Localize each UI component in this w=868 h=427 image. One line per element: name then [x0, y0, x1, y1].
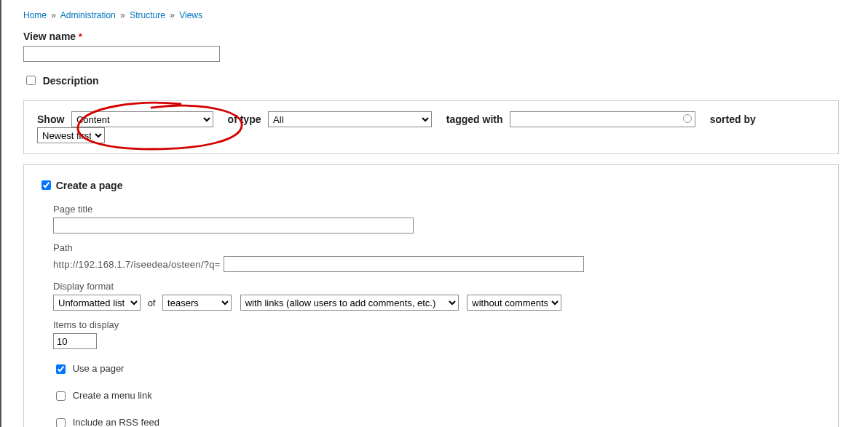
breadcrumb-home[interactable]: Home	[23, 10, 47, 20]
tagged-with-input[interactable]	[510, 111, 695, 127]
of-type-label: of type	[228, 113, 261, 125]
sorted-by-label: sorted by	[710, 113, 756, 125]
view-name-label: View name	[23, 31, 76, 42]
breadcrumb-separator: »	[51, 10, 56, 20]
show-label: Show	[37, 113, 64, 125]
path-prefix: http://192.168.1.7/iseedea/osteen/?q=	[53, 259, 221, 270]
required-indicator: *	[79, 31, 82, 42]
items-to-display-input[interactable]	[53, 333, 97, 349]
show-content-select[interactable]: Content	[71, 111, 213, 127]
use-pager-label: Use a pager	[73, 363, 125, 374]
links-select[interactable]: with links (allow users to add comments,…	[240, 295, 459, 311]
breadcrumb: Home » Administration » Structure » View…	[23, 10, 868, 20]
breadcrumb-separator: »	[120, 10, 125, 20]
include-rss-label: Include an RSS feed	[73, 417, 159, 427]
page-title-label: Page title	[53, 204, 824, 215]
row-style-select[interactable]: teasers	[162, 295, 232, 311]
comments-select[interactable]: without comments	[467, 295, 561, 311]
path-input[interactable]	[224, 256, 584, 272]
use-pager-checkbox[interactable]	[56, 364, 66, 374]
description-label: Description	[43, 75, 99, 87]
breadcrumb-structure[interactable]: Structure	[130, 10, 165, 20]
sorted-by-select[interactable]: Newest first	[37, 127, 105, 143]
breadcrumb-separator: »	[170, 10, 175, 20]
path-label: Path	[53, 242, 824, 253]
description-checkbox[interactable]	[26, 76, 36, 85]
create-menu-link-label: Create a menu link	[73, 390, 152, 401]
of-type-select[interactable]: All	[268, 111, 432, 127]
create-page-label: Create a page	[56, 180, 123, 191]
breadcrumb-administration[interactable]: Administration	[60, 10, 116, 20]
show-settings-box: Show Content of type All tagged with sor…	[23, 100, 839, 154]
breadcrumb-views[interactable]: Views	[179, 10, 202, 20]
create-page-box: Create a page Page title Path http://192…	[23, 164, 839, 427]
include-rss-checkbox[interactable]	[56, 418, 66, 427]
view-name-input[interactable]	[23, 46, 220, 62]
items-to-display-label: Items to display	[53, 319, 824, 330]
tagged-with-label: tagged with	[446, 113, 503, 125]
display-format-select[interactable]: Unformatted list	[53, 295, 141, 311]
create-menu-link-checkbox[interactable]	[56, 391, 66, 401]
create-page-checkbox[interactable]	[42, 180, 51, 190]
page-title-input[interactable]	[53, 218, 414, 234]
display-format-label: Display format	[53, 281, 824, 292]
of-text: of	[148, 298, 156, 308]
